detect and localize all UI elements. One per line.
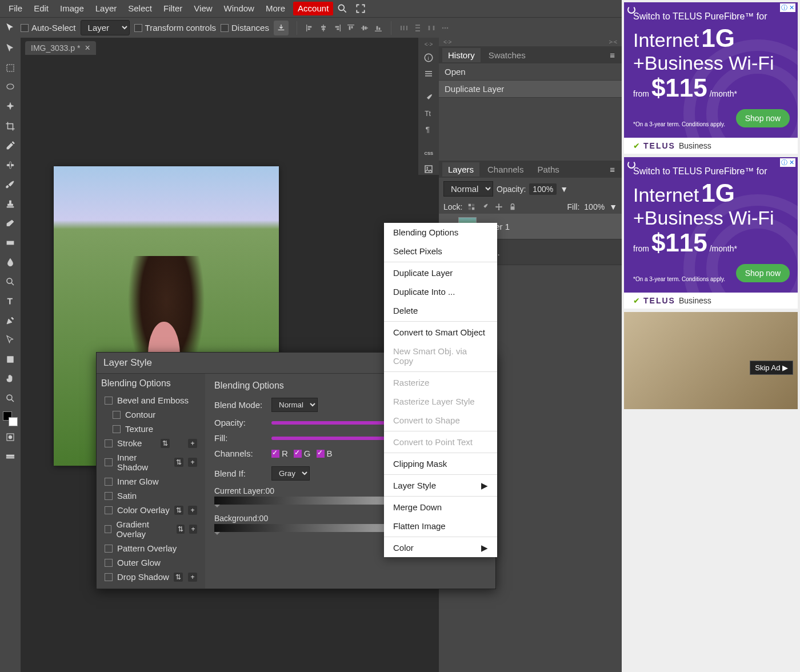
tab-swatches[interactable]: Swatches: [483, 48, 531, 62]
effect-checkbox[interactable]: [105, 525, 111, 533]
ctx-delete[interactable]: Delete: [384, 301, 497, 320]
effect-gradient-overlay[interactable]: Gradient Overlay⇅+: [101, 517, 201, 541]
quickmask-tool[interactable]: [2, 429, 19, 446]
color-swatch[interactable]: [3, 411, 18, 426]
ad-banner-2[interactable]: ⓘ ✕ Switch to TELUS PureFibre™ for Inter…: [624, 157, 798, 309]
menu-file[interactable]: File: [3, 0, 28, 17]
distribute-h-icon[interactable]: [399, 23, 409, 33]
path-select-tool[interactable]: [2, 331, 19, 349]
effect-drop-shadow[interactable]: Drop Shadow⇅+: [101, 570, 201, 584]
distances-checkbox[interactable]: Distances: [221, 23, 269, 33]
ad-refresh-icon[interactable]: [627, 161, 635, 169]
effect-stroke[interactable]: Stroke⇅+: [101, 436, 201, 450]
effect-satin[interactable]: Satin: [101, 489, 201, 503]
effect-inner-shadow[interactable]: Inner Shadow⇅+: [101, 450, 201, 474]
align-bottom-icon[interactable]: [374, 23, 383, 33]
crop-tool[interactable]: [2, 118, 19, 135]
menu-image[interactable]: Image: [54, 0, 90, 17]
paragraph-panel-icon[interactable]: ¶: [421, 123, 437, 135]
search-icon[interactable]: [337, 3, 348, 14]
gallery-panel-icon[interactable]: [421, 163, 437, 175]
channel-r-checkbox[interactable]: R: [271, 449, 288, 458]
effect-checkbox[interactable]: [105, 439, 113, 447]
blur-tool[interactable]: [2, 254, 19, 271]
gradient-tool[interactable]: [2, 234, 19, 251]
effect-add-icon[interactable]: +: [188, 439, 197, 448]
layer-type-dropdown[interactable]: Layer: [81, 20, 130, 35]
menu-view[interactable]: View: [188, 0, 218, 17]
ctx-merge-down[interactable]: Merge Down: [384, 498, 497, 517]
adjustments-panel-icon[interactable]: [421, 68, 437, 79]
menu-account[interactable]: Account: [293, 2, 333, 15]
character-panel-icon[interactable]: Tt: [421, 108, 437, 119]
history-panel-menu[interactable]: ≡: [606, 49, 618, 61]
css-panel-icon[interactable]: CSS: [421, 147, 437, 159]
effect-reorder-icon[interactable]: ⇅: [174, 458, 183, 467]
menu-layer[interactable]: Layer: [90, 0, 123, 17]
type-tool[interactable]: T: [2, 293, 19, 310]
stamp-tool[interactable]: [2, 195, 19, 213]
ctx-blending-options[interactable]: Blending Options: [384, 223, 497, 242]
fill-value[interactable]: 100%: [584, 202, 605, 211]
eyedropper-tool[interactable]: [2, 137, 19, 154]
ctx-flatten-image[interactable]: Flatten Image: [384, 517, 497, 535]
zoom-tool[interactable]: [2, 390, 19, 407]
blend-mode-select[interactable]: Normal: [271, 398, 318, 412]
dodge-tool[interactable]: [2, 273, 19, 290]
video-ad[interactable]: Skip Ad ▶: [624, 312, 798, 409]
effect-reorder-icon[interactable]: ⇅: [161, 439, 170, 448]
shape-tool[interactable]: [2, 351, 19, 368]
move-tool[interactable]: [2, 40, 19, 57]
effect-reorder-icon[interactable]: ⇅: [174, 573, 183, 582]
effect-add-icon[interactable]: +: [188, 506, 197, 515]
ctx-duplicate-into-[interactable]: Duplicate Into ...: [384, 282, 497, 301]
ad-cta-button[interactable]: Shop now: [736, 109, 790, 127]
opacity-value[interactable]: 100%: [529, 183, 557, 195]
effect-checkbox[interactable]: [105, 492, 113, 500]
effect-checkbox[interactable]: [105, 545, 113, 553]
lasso-tool[interactable]: [2, 79, 19, 96]
history-item[interactable]: Duplicate Layer: [439, 81, 622, 98]
align-center-h-icon[interactable]: [319, 23, 328, 33]
effect-checkbox[interactable]: [113, 425, 121, 433]
effect-add-icon[interactable]: +: [189, 525, 197, 534]
menu-more[interactable]: More: [260, 0, 291, 17]
transform-controls-checkbox[interactable]: Transform controls: [134, 23, 216, 33]
ctx-convert-to-smart-object[interactable]: Convert to Smart Object: [384, 323, 497, 342]
document-tab[interactable]: IMG_3033.p * ×: [25, 41, 96, 55]
lock-all-icon[interactable]: [508, 202, 517, 211]
channel-g-checkbox[interactable]: G: [294, 449, 311, 458]
effect-reorder-icon[interactable]: ⇅: [177, 525, 185, 534]
tab-channels[interactable]: Channels: [482, 162, 529, 177]
info-panel-icon[interactable]: i: [421, 52, 437, 63]
menu-edit[interactable]: Edit: [28, 0, 54, 17]
wand-tool[interactable]: [2, 98, 19, 115]
effect-color-overlay[interactable]: Color Overlay⇅+: [101, 503, 201, 517]
blend-mode-dropdown[interactable]: Normal: [443, 181, 493, 197]
ad-refresh-icon[interactable]: [627, 6, 635, 14]
brush-tool[interactable]: [2, 176, 19, 193]
effect-outer-glow[interactable]: Outer Glow: [101, 555, 201, 570]
fill-dropdown-icon[interactable]: ▼: [609, 202, 617, 211]
distribute-v-icon[interactable]: [413, 23, 422, 33]
effect-add-icon[interactable]: +: [188, 573, 197, 582]
hand-tool[interactable]: [2, 370, 19, 387]
menu-select[interactable]: Select: [122, 0, 158, 17]
skip-ad-button[interactable]: Skip Ad ▶: [750, 361, 793, 375]
tab-paths[interactable]: Paths: [531, 162, 565, 177]
effect-checkbox[interactable]: [105, 559, 113, 567]
ad-cta-button[interactable]: Shop now: [736, 264, 790, 282]
pen-tool[interactable]: [2, 312, 19, 329]
align-right-icon[interactable]: [333, 23, 342, 33]
effect-checkbox[interactable]: [105, 573, 113, 581]
fullscreen-icon[interactable]: [355, 3, 366, 14]
effect-checkbox[interactable]: [105, 506, 113, 514]
ctx-clipping-mask[interactable]: Clipping Mask: [384, 454, 497, 473]
more-options-icon[interactable]: [441, 23, 450, 33]
align-top-icon[interactable]: [346, 23, 355, 33]
channel-b-checkbox[interactable]: B: [317, 449, 333, 458]
effect-checkbox[interactable]: [105, 478, 113, 486]
ctx-duplicate-layer[interactable]: Duplicate Layer: [384, 263, 497, 282]
ctx-select-pixels[interactable]: Select Pixels: [384, 242, 497, 261]
ctx-color[interactable]: Color▶: [384, 538, 497, 557]
